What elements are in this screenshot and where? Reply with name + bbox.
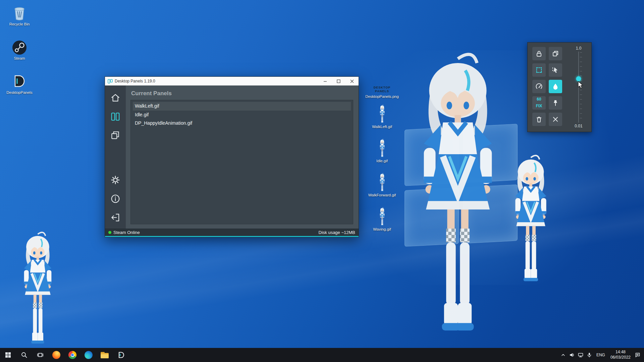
- current-panels-list[interactable]: WalkLeft.gif Idle.gif DP_HappyIdleAnimat…: [130, 100, 353, 224]
- volume-icon: [569, 352, 575, 358]
- start-button[interactable]: [0, 348, 16, 362]
- system-tray: ENG 14:48 06/03/2022: [559, 348, 644, 362]
- desktop-icon-label: WalkForward.gif: [368, 193, 396, 198]
- sidebar-item-panels[interactable]: [108, 110, 122, 124]
- gauge-icon: [535, 82, 543, 91]
- window-app-icon: [108, 79, 113, 84]
- sidebar-item-library[interactable]: [108, 128, 122, 142]
- file-explorer-icon: [101, 352, 109, 358]
- gif-thumbnail: [378, 106, 386, 123]
- tray-microphone-button[interactable]: [585, 348, 594, 362]
- window-statusbar: Steam Online Disk usage ~12MB: [105, 229, 359, 237]
- pointer-select-button[interactable]: [549, 63, 562, 77]
- list-item[interactable]: DP_HappyIdleAnimation.gif: [133, 119, 351, 128]
- close-icon: [551, 115, 560, 124]
- fps-fix-button[interactable]: 60 FIX: [532, 96, 546, 110]
- desktop-icon-label: DesktopPanels.png: [365, 95, 399, 99]
- desktop-icon-walkforward-gif[interactable]: WalkForward.gif: [362, 174, 402, 198]
- desktop-icon-label: Idle.gif: [376, 159, 388, 164]
- window-titlebar[interactable]: Desktop Panels 1.19.0: [105, 77, 359, 85]
- task-view-button[interactable]: [32, 348, 48, 362]
- desktop-icon-label: Steam: [14, 56, 25, 61]
- fps-fix-line2: FIX: [536, 104, 542, 108]
- fps-fix-line1: 60: [537, 97, 541, 102]
- trash-icon: [535, 115, 543, 124]
- network-icon: [578, 352, 584, 358]
- clock[interactable]: 14:48 06/03/2022: [610, 350, 631, 360]
- tray-network-button[interactable]: [576, 348, 585, 362]
- close-panel-button[interactable]: [549, 113, 562, 126]
- desktop-icon-walkleft-gif[interactable]: WalkLeft.gif: [362, 106, 402, 129]
- desktop-icon-steam[interactable]: Steam: [3, 38, 36, 61]
- notification-icon: [635, 352, 641, 358]
- character-panel-small[interactable]: [12, 231, 63, 346]
- firefox-icon: [52, 351, 60, 359]
- window-title: Desktop Panels 1.19.0: [115, 79, 318, 83]
- clock-date: 06/03/2022: [610, 355, 631, 360]
- gear-icon: [110, 175, 120, 185]
- droplet-icon: [551, 82, 560, 91]
- taskbar-search-button[interactable]: [16, 348, 32, 362]
- lock-icon: [535, 49, 543, 58]
- desktop-icon-label: Recycle Bin: [9, 22, 30, 27]
- desktop-panels-logo-image: DESKTOP PANELS: [374, 76, 390, 93]
- tray-show-hidden-button[interactable]: [559, 348, 568, 362]
- sidebar-item-home[interactable]: [108, 91, 122, 105]
- tray-volume-button[interactable]: [568, 348, 576, 362]
- gif-thumbnail: [378, 140, 386, 158]
- mouse-cursor: [578, 81, 585, 89]
- desktop-icon-waving-gif[interactable]: Waving.gif: [362, 208, 402, 232]
- lock-button[interactable]: [532, 47, 546, 60]
- taskbar-chrome[interactable]: [64, 348, 80, 362]
- chevron-up-icon: [560, 352, 566, 358]
- speed-button[interactable]: [532, 80, 546, 93]
- desktop-icon-recycle-bin[interactable]: Recycle Bin: [3, 3, 36, 27]
- home-icon: [110, 93, 120, 103]
- dashed-selection-icon: [535, 66, 543, 74]
- desktop-icon-label: Waving.gif: [373, 227, 391, 232]
- taskbar-desktoppanels[interactable]: [113, 348, 129, 362]
- delete-button[interactable]: [532, 113, 546, 126]
- desktop-icon-idle-gif[interactable]: Idle.gif: [362, 140, 402, 164]
- character-panel-medium[interactable]: [502, 154, 560, 284]
- maximize-button[interactable]: [332, 77, 345, 85]
- taskbar-file-explorer[interactable]: [97, 348, 113, 362]
- sidebar-item-info[interactable]: [108, 192, 122, 206]
- desktop-panels-icon: [117, 351, 124, 359]
- pin-icon: [551, 99, 560, 107]
- page-title: Current Panels: [131, 90, 353, 97]
- language-indicator[interactable]: ENG: [596, 353, 605, 357]
- windows-logo-icon: [5, 352, 11, 358]
- edge-icon: [85, 351, 93, 359]
- duplicate-button[interactable]: [549, 47, 562, 60]
- clock-time: 14:48: [610, 350, 631, 355]
- panels-icon: [110, 112, 120, 122]
- desktop-wallpaper: Recycle Bin Steam DesktopPanels DESKTOP: [0, 0, 644, 362]
- minimize-button[interactable]: [318, 77, 332, 85]
- select-region-button[interactable]: [532, 63, 546, 77]
- info-icon: [110, 194, 120, 204]
- pin-button[interactable]: [549, 96, 562, 110]
- taskbar-firefox[interactable]: [48, 348, 64, 362]
- taskbar-edge[interactable]: [80, 348, 97, 362]
- steam-icon: [12, 38, 27, 55]
- sidebar-item-settings[interactable]: [108, 173, 122, 187]
- close-button[interactable]: [345, 77, 359, 85]
- list-item[interactable]: WalkLeft.gif: [133, 102, 351, 111]
- slider-min-label: 0.01: [575, 124, 582, 128]
- cursor-select-icon: [551, 66, 560, 74]
- sidebar-item-exit[interactable]: [108, 210, 122, 225]
- logo-text-line2: PANELS: [374, 89, 390, 93]
- list-item[interactable]: Idle.gif: [133, 111, 351, 119]
- desktop-icon-desktoppanels[interactable]: DesktopPanels: [3, 72, 36, 95]
- action-center-button[interactable]: [633, 348, 642, 362]
- desktop-icon-label: WalkLeft.gif: [372, 125, 392, 129]
- search-icon: [21, 352, 28, 358]
- desktop-icon-label: DesktopPanels: [6, 90, 32, 95]
- opacity-button[interactable]: [549, 80, 562, 93]
- gif-thumbnail: [378, 174, 386, 192]
- slider-knob[interactable]: [576, 76, 581, 81]
- window-sidebar: [105, 85, 126, 229]
- desktop-icon-desktoppanels-png[interactable]: DESKTOP PANELS DesktopPanels.png: [362, 76, 402, 99]
- slider-max-label: 1.0: [576, 46, 582, 51]
